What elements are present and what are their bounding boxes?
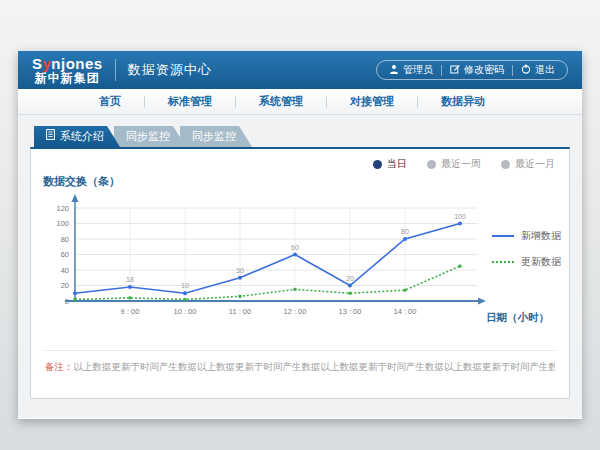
chart-panel: 当日 最近一周 最近一月 数据交换（条） 0204060801001209 : …: [30, 147, 570, 399]
chart-container: 0204060801001209 : 0010 : 0011 : 0012 : …: [41, 189, 493, 325]
nav-item-standard-mgmt[interactable]: 标准管理: [145, 94, 235, 109]
svg-text:80: 80: [401, 228, 409, 235]
filter-label: 最近一月: [515, 157, 555, 171]
y-axis-title: 数据交换（条）: [43, 174, 120, 189]
tab-sync-monitor-2[interactable]: 同步监控: [180, 126, 252, 147]
tab-sync-monitor-1[interactable]: 同步监控: [114, 126, 186, 147]
filter-label: 最近一周: [441, 157, 481, 171]
svg-text:9 : 00: 9 : 00: [121, 307, 140, 316]
chart-legend: 新增数据 更新数据: [492, 229, 561, 281]
edit-icon: [450, 64, 460, 76]
legend-item-updated-data: 更新数据: [492, 255, 561, 269]
tab-bar: 系统介绍 同步监控 同步监控: [34, 126, 570, 147]
legend-label: 新增数据: [521, 229, 561, 243]
app-header: Synjones 新中新集团 数据资源中心 管理员 修改密码: [18, 51, 582, 89]
svg-text:13 : 00: 13 : 00: [339, 307, 362, 316]
logout-button[interactable]: 退出: [513, 63, 563, 77]
svg-text:60: 60: [61, 250, 69, 259]
svg-text:12 : 00: 12 : 00: [284, 307, 307, 316]
logout-label: 退出: [535, 63, 555, 77]
nav-item-data-change[interactable]: 数据异动: [418, 94, 508, 109]
nav-item-home[interactable]: 首页: [76, 94, 144, 109]
change-password-label: 修改密码: [464, 63, 504, 77]
svg-text:10 : 00: 10 : 00: [174, 307, 197, 316]
nav-item-system-mgmt[interactable]: 系统管理: [236, 94, 326, 109]
user-menu: 管理员 修改密码 退出: [376, 60, 568, 80]
svg-text:20: 20: [61, 281, 69, 290]
tab-system-intro[interactable]: 系统介绍: [34, 126, 120, 147]
dotted-line-icon: [492, 261, 514, 263]
svg-text:120: 120: [56, 204, 69, 213]
header-divider: [115, 59, 116, 81]
current-user-button[interactable]: 管理员: [381, 63, 441, 77]
svg-text:11 : 00: 11 : 00: [229, 307, 251, 316]
solid-line-icon: [492, 235, 514, 237]
user-icon: [389, 64, 399, 76]
svg-text:40: 40: [61, 266, 69, 275]
tab-label: 系统介绍: [60, 126, 104, 147]
filter-last-month[interactable]: 最近一月: [501, 157, 555, 171]
footnote-prefix: 备注：: [45, 361, 74, 372]
user-label: 管理员: [403, 63, 433, 77]
radio-dot-icon: [501, 160, 510, 169]
desktop-background: Synjones 新中新集团 数据资源中心 管理员 修改密码: [0, 0, 600, 450]
svg-text:80: 80: [61, 235, 69, 244]
filter-last-week[interactable]: 最近一周: [427, 157, 481, 171]
footnote-text: 以上数据更新于时间产生数据以上数据更新于时间产生数据以上数据更新于时间产生数据以…: [74, 361, 556, 372]
filter-today[interactable]: 当日: [373, 157, 407, 171]
doc-icon: [46, 126, 55, 147]
radio-dot-icon: [373, 160, 382, 169]
app-window: Synjones 新中新集团 数据资源中心 管理员 修改密码: [18, 51, 582, 419]
content-area: 系统介绍 同步监控 同步监控 当日 最近一周: [18, 115, 582, 418]
tab-label: 同步监控: [192, 126, 236, 147]
time-range-filter: 当日 最近一周 最近一月: [373, 157, 555, 171]
page-title: 数据资源中心: [128, 61, 212, 79]
svg-text:10: 10: [181, 282, 189, 289]
legend-label: 更新数据: [521, 255, 561, 269]
svg-text:100: 100: [56, 219, 69, 228]
filter-label: 当日: [387, 157, 407, 171]
power-icon: [521, 64, 531, 76]
logo-wordmark: Synjones: [32, 56, 103, 72]
radio-dot-icon: [427, 160, 436, 169]
tab-label: 同步监控: [126, 126, 170, 147]
line-chart: 0204060801001209 : 0010 : 0011 : 0012 : …: [41, 189, 493, 321]
svg-text:18: 18: [126, 276, 134, 283]
change-password-button[interactable]: 修改密码: [442, 63, 512, 77]
footnote: 备注：以上数据更新于时间产生数据以上数据更新于时间产生数据以上数据更新于时间产生…: [45, 350, 555, 374]
main-nav: 首页 标准管理 系统管理 对接管理 数据异动: [18, 89, 582, 115]
x-axis-title: 日期（小时）: [486, 311, 549, 325]
svg-text:30: 30: [236, 267, 244, 274]
svg-text:100: 100: [454, 213, 466, 220]
logo-subtitle: 新中新集团: [32, 72, 103, 85]
svg-text:14 : 00: 14 : 00: [394, 307, 417, 316]
svg-text:60: 60: [291, 244, 299, 251]
company-logo: Synjones 新中新集团: [32, 56, 103, 84]
nav-item-interface-mgmt[interactable]: 对接管理: [327, 94, 417, 109]
legend-item-new-data: 新增数据: [492, 229, 561, 243]
svg-text:20: 20: [346, 275, 354, 282]
